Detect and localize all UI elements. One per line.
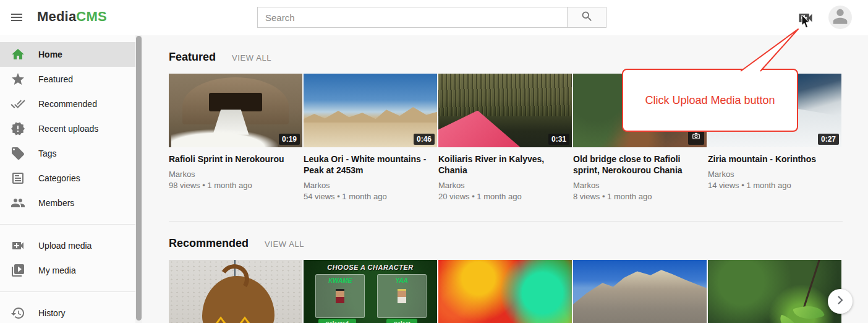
sidebar-item-tags[interactable]: Tags (0, 141, 135, 166)
sidebar-item-label: Home (38, 50, 62, 59)
sidebar-item-recent-uploads[interactable]: Recent uploads (0, 116, 135, 141)
video-card[interactable] (573, 260, 707, 323)
search-bar (257, 7, 606, 28)
video-thumbnail[interactable] (169, 260, 302, 323)
sidebar-item-label: Categories (38, 173, 80, 183)
video-author[interactable]: Markos (438, 181, 572, 190)
new-releases-icon (11, 121, 25, 136)
sidebar-item-members[interactable]: Members (0, 191, 135, 215)
section-title: Featured (169, 51, 216, 64)
video-card[interactable]: 0:31 Koiliaris River in Kalyves, Chania … (438, 74, 572, 201)
sidebar-item-home[interactable]: Home (0, 42, 135, 67)
tag-icon (11, 146, 25, 161)
sidebar-item-my-media[interactable]: My media (0, 258, 135, 283)
photo-badge (688, 130, 704, 145)
video-title[interactable]: Ziria mountain - Korinthos (708, 153, 841, 165)
app-logo[interactable]: MediaCMS (37, 9, 107, 25)
game-title-text: CHOOSE A CHARACTER (304, 264, 437, 271)
carousel-next-button[interactable] (828, 289, 853, 314)
tooltip-callout: Click Upload Media button (622, 69, 798, 132)
tooltip-text: Click Upload Media button (645, 94, 775, 107)
section-title: Recommended (169, 237, 249, 250)
sidebar-item-label: Members (38, 198, 74, 208)
video-meta: 8 views • 1 month ago (573, 192, 707, 201)
hamburger-menu-icon[interactable] (9, 10, 24, 25)
video-thumbnail[interactable]: 0:31 (438, 74, 572, 147)
sidebar-item-featured[interactable]: Featured (0, 67, 135, 92)
video-thumbnail[interactable]: 0:46 (304, 74, 437, 147)
sidebar-item-label: My media (38, 265, 76, 275)
video-author[interactable]: Markos (573, 181, 707, 190)
video-thumbnail[interactable] (573, 260, 707, 323)
video-thumbnail[interactable]: CHOOSE A CHARACTER KWAME YAA Selected Se… (304, 260, 437, 323)
video-title[interactable]: Leuka Ori - White mountains - Peak at 24… (304, 153, 437, 176)
video-meta: 20 views • 1 month ago (438, 192, 572, 201)
character-sprite (336, 289, 344, 303)
character-name: YAA (378, 277, 426, 284)
view-all-link[interactable]: VIEW ALL (265, 239, 304, 250)
sidebar-item-history[interactable]: History (0, 301, 135, 323)
search-icon (581, 10, 594, 25)
character-name: KWAME (316, 277, 364, 284)
double-check-icon (11, 97, 25, 111)
video-author[interactable]: Markos (304, 181, 437, 190)
logo-text-cms: CMS (76, 9, 107, 24)
upload-media-button[interactable] (797, 9, 814, 27)
chevron-right-icon (833, 293, 848, 310)
view-all-link[interactable]: VIEW ALL (232, 53, 271, 64)
video-title[interactable]: Old bridge close to Rafioli sprint, Nero… (573, 153, 707, 176)
top-bar: MediaCMS (0, 0, 868, 35)
character-panel: YAA (377, 274, 427, 318)
sidebar-item-recommended[interactable]: Recommended (0, 92, 135, 116)
thumbnail-art (171, 129, 278, 147)
logo-text-media: Media (37, 9, 76, 24)
sidebar-item-label: Upload media (38, 241, 91, 251)
duration-badge: 0:27 (818, 134, 839, 145)
video-card[interactable] (708, 260, 841, 323)
video-title[interactable]: Koiliaris River in Kalyves, Chania (438, 153, 572, 176)
thumbnail-art (438, 74, 572, 116)
sidebar-divider (0, 291, 135, 292)
video-thumbnail[interactable]: 0:19 (169, 74, 302, 147)
video-card[interactable]: 0:46 Leuka Ori - White mountains - Peak … (304, 74, 437, 201)
recommended-row: CHOOSE A CHARACTER KWAME YAA Selected Se… (169, 260, 843, 323)
sidebar-item-label: History (38, 308, 66, 318)
upload-media-icon (797, 18, 814, 28)
search-input[interactable] (257, 7, 568, 28)
video-thumbnail[interactable] (438, 260, 572, 323)
person-icon (830, 6, 851, 29)
video-meta: 54 views • 1 month ago (304, 192, 437, 201)
sidebar-item-upload-media[interactable]: Upload media (0, 233, 135, 258)
video-card[interactable] (438, 260, 572, 323)
sidebar-item-label: Recent uploads (38, 124, 98, 134)
camera-icon (692, 132, 700, 143)
sidebar-item-categories[interactable]: Categories (0, 166, 135, 191)
sidebar-divider (0, 224, 135, 225)
sidebar-nav: Home Featured Recommended Recent uploads… (0, 35, 135, 323)
duration-badge: 0:19 (279, 134, 300, 145)
character-sprite (398, 289, 406, 303)
history-icon (11, 306, 25, 321)
scrollbar-thumb[interactable] (136, 36, 142, 321)
video-meta: 98 views • 1 month ago (169, 181, 302, 190)
recommended-section: Recommended VIEW ALL CHOOSE A CHARACTER (169, 221, 843, 323)
video-card[interactable]: CHOOSE A CHARACTER KWAME YAA Selected Se… (304, 260, 437, 323)
members-icon (11, 196, 25, 210)
sidebar-item-label: Recommended (38, 99, 97, 109)
video-author[interactable]: Markos (169, 170, 302, 179)
video-card[interactable]: 0:19 Rafioli Sprint in Nerokourou Markos… (169, 74, 302, 201)
sidebar-scrollbar[interactable] (135, 35, 142, 323)
select-button: Select (386, 319, 418, 323)
video-card[interactable] (169, 260, 302, 323)
search-button[interactable] (568, 7, 606, 28)
sidebar-item-label: Featured (38, 74, 73, 84)
thumbnail-art (573, 269, 707, 323)
duration-badge: 0:46 (414, 134, 435, 145)
video-thumbnail[interactable] (708, 260, 841, 323)
categories-icon (11, 171, 25, 186)
video-title[interactable]: Rafioli Sprint in Nerokourou (169, 153, 302, 165)
user-avatar[interactable] (828, 6, 852, 29)
selected-button: Selected (318, 319, 356, 323)
sidebar-item-label: Tags (38, 149, 57, 158)
video-author[interactable]: Markos (708, 170, 841, 179)
